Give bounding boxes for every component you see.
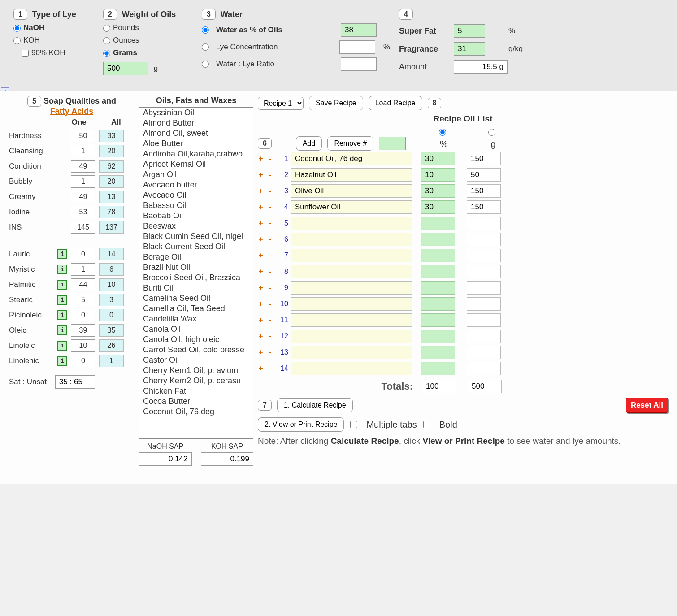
oil-option[interactable]: Aloe Butter [139, 139, 253, 149]
oil-option[interactable]: Apricot Kernal Oil [139, 159, 253, 169]
recipe-gram[interactable] [467, 297, 501, 311]
plus-minus-icon[interactable]: + - [258, 251, 274, 260]
oil-option[interactable]: Cherry Kern2 Oil, p. cerasu [139, 376, 253, 386]
recipe-oil-name[interactable] [291, 346, 412, 359]
load-recipe-button[interactable]: Load Recipe [369, 96, 422, 110]
recipe-gram[interactable] [467, 200, 501, 214]
recipe-select[interactable]: Recipe 1 [258, 97, 304, 110]
weight-pounds-radio[interactable] [103, 25, 110, 32]
recipe-oil-name[interactable] [291, 249, 412, 262]
recipe-pct[interactable] [421, 200, 455, 214]
recipe-gram[interactable] [467, 362, 501, 375]
recipe-oil-name[interactable] [291, 184, 412, 198]
calculate-button[interactable]: 1. Calculate Recipe [277, 398, 353, 412]
recipe-oil-name[interactable] [291, 313, 412, 327]
oil-option[interactable]: Carrot Seed Oil, cold presse [139, 345, 253, 355]
recipe-gram[interactable] [467, 168, 501, 182]
info-icon[interactable]: i [57, 310, 67, 320]
oil-option[interactable]: Buriti Oil [139, 283, 253, 293]
weight-grams-radio[interactable] [103, 50, 110, 57]
oil-option[interactable]: Avocado butter [139, 180, 253, 190]
recipe-pct[interactable] [421, 330, 455, 343]
water-pct-radio[interactable] [202, 26, 209, 34]
oil-option[interactable]: Camelina Seed Oil [139, 293, 253, 304]
weight-ounces-radio[interactable] [103, 37, 110, 44]
recipe-pct[interactable] [421, 249, 455, 262]
recipe-oil-name[interactable] [291, 330, 412, 343]
recipe-pct[interactable] [421, 168, 455, 182]
plus-minus-icon[interactable]: + - [258, 283, 274, 292]
oil-option[interactable]: Argan Oil [139, 169, 253, 180]
recipe-gram[interactable] [467, 265, 501, 278]
lye-naoh-radio[interactable] [13, 25, 21, 32]
info-icon[interactable]: i [57, 295, 67, 305]
plus-minus-icon[interactable]: + - [258, 267, 274, 276]
water-ratio-radio[interactable] [202, 61, 209, 68]
oil-option[interactable]: Baobab Oil [139, 211, 253, 221]
recipe-pct[interactable] [421, 313, 455, 327]
weight-input[interactable] [103, 62, 148, 75]
fragrance-input[interactable] [454, 42, 485, 56]
gram-mode-radio[interactable] [488, 129, 495, 136]
info-icon[interactable]: i [57, 265, 67, 274]
oil-option[interactable]: Black Current Seed Oil [139, 242, 253, 252]
reset-all-button[interactable]: Reset All [626, 398, 668, 413]
oil-option[interactable]: Chicken Fat [139, 386, 253, 396]
recipe-pct[interactable] [421, 233, 455, 246]
recipe-oil-name[interactable] [291, 233, 412, 246]
oil-option[interactable]: Camellia Oil, Tea Seed [139, 304, 253, 314]
oil-option[interactable]: Broccoli Seed Oil, Brassica [139, 273, 253, 283]
recipe-pct[interactable] [421, 281, 455, 295]
recipe-gram[interactable] [467, 330, 501, 343]
oil-option[interactable]: Candelilla Wax [139, 314, 253, 324]
recipe-gram[interactable] [467, 152, 501, 165]
percent-mode-radio[interactable] [439, 129, 446, 136]
recipe-gram[interactable] [467, 346, 501, 359]
plus-minus-icon[interactable]: + - [258, 219, 274, 228]
info-icon[interactable]: i [57, 249, 67, 259]
oil-option[interactable]: Brazil Nut Oil [139, 262, 253, 273]
oil-option[interactable]: Almond Oil, sweet [139, 128, 253, 139]
oil-option[interactable]: Black Cumin Seed Oil, nigel [139, 231, 253, 242]
recipe-pct[interactable] [421, 184, 455, 198]
plus-minus-icon[interactable]: + - [258, 332, 274, 341]
oil-option[interactable]: Babassu Oil [139, 200, 253, 211]
save-recipe-button[interactable]: Save Recipe [309, 96, 363, 110]
oils-listbox[interactable]: Abyssinian OilAlmond ButterAlmond Oil, s… [139, 107, 253, 439]
view-print-button[interactable]: 2. View or Print Recipe [258, 417, 344, 432]
plus-minus-icon[interactable]: + - [258, 154, 274, 163]
oil-option[interactable]: Borage Oil [139, 252, 253, 262]
plus-minus-icon[interactable]: + - [258, 348, 274, 357]
recipe-gram[interactable] [467, 281, 501, 295]
info-icon[interactable]: i [57, 325, 67, 335]
oil-option[interactable]: Canola Oil [139, 324, 253, 334]
oil-option[interactable]: Andiroba Oil,karaba,crabwo [139, 149, 253, 159]
water-ratio-input[interactable] [341, 57, 377, 71]
oil-option[interactable]: Avocado Oil [139, 190, 253, 200]
recipe-oil-name[interactable] [291, 217, 412, 230]
oil-option[interactable]: Canola Oil, high oleic [139, 334, 253, 345]
recipe-pct[interactable] [421, 346, 455, 359]
recipe-oil-name[interactable] [291, 265, 412, 278]
recipe-gram[interactable] [467, 249, 501, 262]
plus-minus-icon[interactable]: + - [258, 364, 274, 373]
recipe-pct[interactable] [421, 152, 455, 165]
plus-minus-icon[interactable]: + - [258, 299, 274, 308]
recipe-oil-name[interactable] [291, 297, 412, 311]
recipe-oil-name[interactable] [291, 152, 412, 165]
oil-option[interactable]: Cherry Kern1 Oil, p. avium [139, 365, 253, 376]
recipe-gram[interactable] [467, 184, 501, 198]
lye-koh-radio[interactable] [13, 37, 21, 44]
recipe-pct[interactable] [421, 362, 455, 375]
plus-minus-icon[interactable]: + - [258, 187, 274, 195]
fatty-acids-link[interactable]: Fatty Acids [50, 107, 93, 116]
bold-checkbox[interactable] [423, 421, 430, 428]
recipe-pct[interactable] [421, 265, 455, 278]
add-oil-button[interactable]: Add [296, 136, 322, 151]
plus-minus-icon[interactable]: + - [258, 170, 274, 179]
remove-number-input[interactable] [379, 137, 406, 150]
info-icon[interactable]: i [57, 341, 67, 351]
oil-option[interactable]: Almond Butter [139, 118, 253, 128]
oil-option[interactable]: Beeswax [139, 221, 253, 231]
recipe-gram[interactable] [467, 233, 501, 246]
